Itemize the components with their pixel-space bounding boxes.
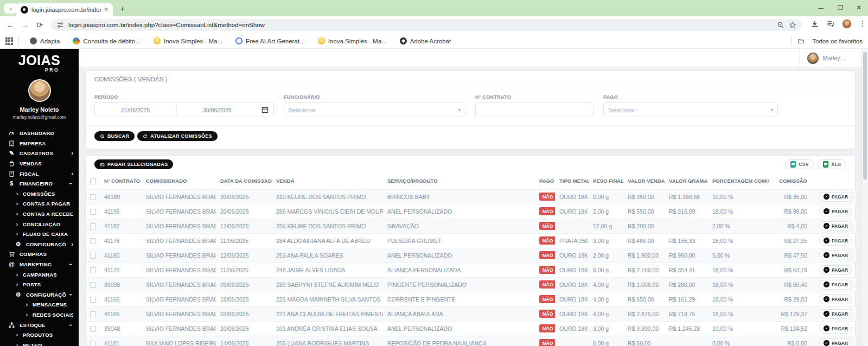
row-checkbox[interactable]: [90, 238, 96, 244]
column-header-data[interactable]: DATA DA COMISSAO: [216, 174, 272, 189]
page-scrollbar[interactable]: [861, 49, 868, 346]
column-header-comissionado[interactable]: COMISSIONADO: [142, 174, 216, 189]
apps-grid-icon[interactable]: [5, 37, 13, 45]
sidebar-item-vendas[interactable]: VENDAS: [0, 158, 79, 169]
pago-select[interactable]: Selecionar: [603, 102, 778, 117]
pagar-button[interactable]: ✓PAGAR: [819, 265, 852, 275]
sidebar-item-estoque[interactable]: ESTOQUE›: [0, 320, 79, 330]
column-header-venda[interactable]: VENDA: [272, 174, 383, 189]
media-playlist-icon[interactable]: [826, 20, 835, 28]
column-header-peso[interactable]: PESO FINAL: [589, 174, 623, 189]
bookmark-star-icon[interactable]: [789, 21, 796, 29]
column-header-pago[interactable]: PAGO: [535, 174, 555, 189]
column-header-valor-grama[interactable]: VALOR GRAMA: [665, 174, 708, 189]
pagar-button[interactable]: ✓PAGAR: [819, 338, 852, 346]
sidebar-item-comissoes[interactable]: ›COMISSÕES: [0, 189, 79, 199]
sidebar-item-fluxo-de-caixa[interactable]: ›FLUXO DE CAIXA: [0, 229, 79, 239]
forward-button[interactable]: [19, 19, 31, 31]
cell-servico: PULSEIRA GRUMET: [383, 233, 535, 248]
user-avatar[interactable]: [28, 79, 51, 102]
row-checkbox[interactable]: [90, 253, 96, 259]
column-header-contrato[interactable]: N° CONTRATO: [100, 174, 142, 189]
reload-button[interactable]: [34, 19, 46, 31]
sidebar-item-posts[interactable]: ›POSTS: [0, 279, 79, 290]
sidebar-item-cadastros[interactable]: ✎CADASTROS›: [0, 149, 79, 159]
address-bar[interactable]: login.joiaspro.com.br/index.php?class=Co…: [51, 19, 802, 31]
sidebar-item-produtos[interactable]: ›PRODUTOS: [0, 330, 79, 340]
sidebar-item-marketing[interactable]: @MARKETING›: [0, 259, 79, 270]
row-checkbox[interactable]: [90, 209, 96, 215]
date-range-input[interactable]: 01/06/2025 30/06/2025: [94, 102, 274, 117]
date-start-value[interactable]: 01/06/2025: [95, 107, 176, 113]
xls-button[interactable]: XLS: [818, 159, 846, 169]
sidebar-item-empresa[interactable]: EMPRESA: [0, 138, 79, 149]
row-checkbox[interactable]: [90, 311, 96, 317]
sidebar-item-compras[interactable]: COMPRAS: [0, 249, 79, 260]
sidebar-item-contas-a-receber[interactable]: ›CONTAS A RECEBER: [0, 209, 79, 219]
row-checkbox[interactable]: [90, 267, 96, 273]
row-checkbox[interactable]: [90, 194, 96, 200]
calendar-icon[interactable]: [261, 106, 269, 114]
select-all-checkbox[interactable]: [90, 178, 96, 184]
browser-tab[interactable]: login.joiaspro.com.br/index.php: [16, 3, 113, 16]
sidebar-item-contas-a-pagar[interactable]: ›CONTAS A PAGAR: [0, 199, 79, 209]
row-checkbox[interactable]: [90, 326, 96, 332]
pagar-button[interactable]: ✓PAGAR: [819, 207, 852, 216]
row-checkbox[interactable]: [90, 341, 96, 346]
header-user-menu[interactable]: Marley ...: [799, 49, 846, 67]
pagar-button[interactable]: ✓PAGAR: [819, 192, 852, 202]
column-header-porcentagem[interactable]: PORCENTAGEM COMISSAO: [708, 174, 769, 189]
sidebar-item-configuracoes[interactable]: ⚙CONFIGURAÇÕES›: [0, 290, 79, 300]
row-checkbox[interactable]: [90, 282, 96, 288]
scrollbar-thumb[interactable]: [863, 52, 867, 180]
window-restore-button[interactable]: [831, 0, 850, 15]
sidebar-item-configuracoes[interactable]: ⚙CONFIGURAÇÕES›: [0, 239, 79, 249]
sidebar-item-financeiro[interactable]: $FINANCEIRO›: [0, 178, 79, 189]
buscar-button[interactable]: BUSCAR: [94, 131, 135, 141]
pagar-button[interactable]: ✓PAGAR: [819, 221, 852, 231]
csv-button[interactable]: CSV: [785, 159, 814, 169]
bookmark-consulta-de-debito[interactable]: Consulta de débito...: [73, 37, 141, 44]
pagar-button[interactable]: ✓PAGAR: [819, 324, 852, 334]
bookmark-free-ai-art-generat[interactable]: Free AI Art Generat...: [235, 37, 305, 44]
sidebar-item-dashboard[interactable]: DASHBOARD: [0, 129, 79, 139]
row-checkbox[interactable]: [90, 223, 96, 229]
window-minimize-button[interactable]: [812, 0, 830, 15]
pagar-button[interactable]: ✓PAGAR: [819, 236, 852, 246]
atualizar-comissoes-button[interactable]: ATUALIZAR COMISSÕES: [137, 131, 218, 141]
sidebar-item-metais[interactable]: ›METAIS: [0, 340, 79, 346]
pagar-button[interactable]: ✓PAGAR: [819, 309, 852, 319]
bookmark-inova-simples-ma[interactable]: Inova Simples - Ma...: [154, 37, 222, 44]
column-header-tipo-metal[interactable]: TIPO METAL: [555, 174, 589, 189]
zoom-icon[interactable]: [777, 21, 784, 29]
new-tab-button[interactable]: [117, 3, 128, 14]
bookmark-inova-simples-ma[interactable]: Inova Simples - Ma...: [318, 37, 387, 44]
column-header-servico[interactable]: SERVIÇO/PRODUTO: [383, 174, 535, 189]
window-close-button[interactable]: [850, 0, 868, 15]
pagar-button[interactable]: ✓PAGAR: [819, 280, 852, 290]
contrato-input[interactable]: [475, 102, 593, 117]
downloads-icon[interactable]: [810, 20, 819, 28]
pagar-button[interactable]: ✓PAGAR: [819, 294, 852, 304]
bookmark-adobe-acrobat[interactable]: Adobe Acrobat: [400, 37, 451, 44]
all-favorites-button[interactable]: Todos os favoritos: [797, 37, 863, 44]
column-header-comissao[interactable]: COMISSÃO: [769, 174, 815, 189]
column-header-valor-venda[interactable]: VALOR VENDA: [623, 174, 665, 189]
row-checkbox[interactable]: [90, 297, 96, 303]
back-button[interactable]: [4, 19, 16, 31]
sidebar-item-campanhas[interactable]: ›CAMPANHAS: [0, 270, 79, 280]
sidebar-item-mensagens[interactable]: ›MENSAGENS: [0, 300, 79, 310]
funcionario-select[interactable]: Selecionar: [284, 102, 465, 117]
sidebar-item-fiscal[interactable]: FISCAL›: [0, 169, 79, 179]
bookmark-adapta[interactable]: Adapta: [30, 37, 60, 44]
pagar-selecionadas-button[interactable]: PAGAR SELECIONADAS: [94, 159, 173, 169]
pagar-button[interactable]: ✓PAGAR: [819, 251, 852, 260]
profile-avatar[interactable]: [842, 19, 852, 29]
browser-menu-icon[interactable]: [859, 19, 864, 29]
site-info-icon[interactable]: [56, 21, 64, 29]
sidebar-item-redes-sociais[interactable]: ›REDES SOCIAIS: [0, 310, 79, 320]
date-end-value[interactable]: 30/06/2025: [177, 107, 258, 113]
sidebar-item-conciliacao[interactable]: ›CONCILIAÇÃO: [0, 219, 79, 229]
sidebar-item-label: MENSAGENS: [33, 302, 73, 307]
tab-close-icon[interactable]: [104, 7, 108, 12]
